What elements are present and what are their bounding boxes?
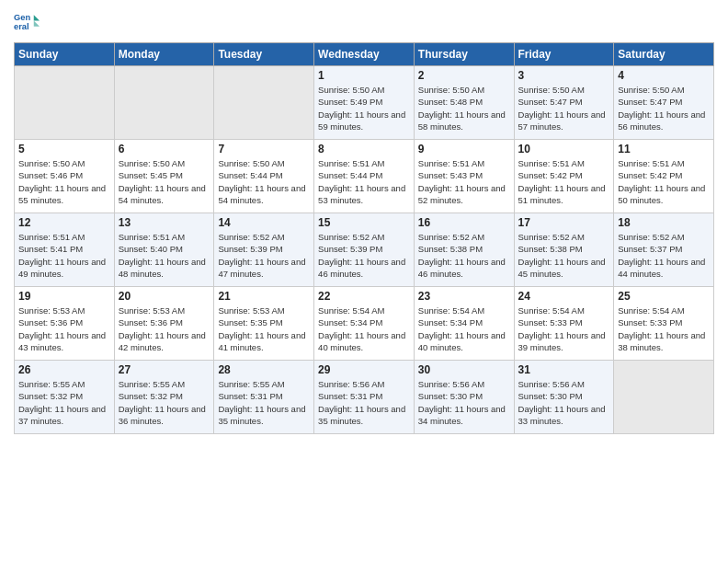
day-number: 13 (119, 216, 210, 229)
day-info: Sunrise: 5:51 AMSunset: 5:44 PMDaylight:… (318, 157, 410, 206)
calendar-cell: 8Sunrise: 5:51 AMSunset: 5:44 PMDaylight… (314, 140, 415, 213)
calendar-cell: 26Sunrise: 5:55 AMSunset: 5:32 PMDayligh… (15, 361, 115, 434)
day-info: Sunrise: 5:54 AMSunset: 5:34 PMDaylight:… (318, 304, 410, 353)
weekday-header-saturday: Saturday (614, 43, 714, 66)
calendar-cell: 12Sunrise: 5:51 AMSunset: 5:41 PMDayligh… (15, 213, 115, 287)
weekday-header-row: SundayMondayTuesdayWednesdayThursdayFrid… (15, 43, 714, 66)
day-number: 25 (618, 290, 710, 303)
day-number: 28 (218, 363, 310, 376)
logo: Gen eral (14, 9, 43, 35)
day-number: 1 (318, 69, 410, 82)
day-number: 2 (418, 69, 510, 82)
week-row-4: 26Sunrise: 5:55 AMSunset: 5:32 PMDayligh… (15, 361, 714, 434)
calendar-cell: 9Sunrise: 5:51 AMSunset: 5:43 PMDaylight… (414, 140, 514, 213)
page: Gen eral SundayMondayTuesdayWednesdayThu… (0, 0, 728, 563)
weekday-header-wednesday: Wednesday (314, 43, 415, 66)
calendar-cell: 10Sunrise: 5:51 AMSunset: 5:42 PMDayligh… (514, 140, 614, 213)
day-info: Sunrise: 5:51 AMSunset: 5:41 PMDaylight:… (18, 231, 110, 280)
calendar-cell: 29Sunrise: 5:56 AMSunset: 5:31 PMDayligh… (314, 361, 415, 434)
day-number: 24 (518, 290, 610, 303)
calendar-cell: 6Sunrise: 5:50 AMSunset: 5:45 PMDaylight… (114, 140, 214, 213)
calendar-cell: 20Sunrise: 5:53 AMSunset: 5:36 PMDayligh… (114, 287, 214, 361)
day-info: Sunrise: 5:52 AMSunset: 5:37 PMDaylight:… (618, 231, 710, 280)
day-number: 16 (418, 216, 510, 229)
calendar-cell: 5Sunrise: 5:50 AMSunset: 5:46 PMDaylight… (15, 140, 115, 213)
day-info: Sunrise: 5:50 AMSunset: 5:46 PMDaylight:… (18, 157, 110, 206)
logo-icon: Gen eral (14, 9, 40, 35)
day-number: 9 (418, 143, 510, 155)
day-number: 10 (518, 143, 610, 155)
weekday-header-sunday: Sunday (15, 43, 115, 66)
calendar-cell: 1Sunrise: 5:50 AMSunset: 5:49 PMDaylight… (314, 66, 415, 140)
weekday-header-tuesday: Tuesday (214, 43, 314, 66)
day-number: 3 (518, 69, 610, 82)
calendar-cell: 23Sunrise: 5:54 AMSunset: 5:34 PMDayligh… (414, 287, 514, 361)
day-info: Sunrise: 5:54 AMSunset: 5:33 PMDaylight:… (618, 304, 710, 353)
svg-text:Gen: Gen (14, 13, 30, 22)
weekday-header-monday: Monday (114, 43, 214, 66)
calendar-cell: 30Sunrise: 5:56 AMSunset: 5:30 PMDayligh… (414, 361, 514, 434)
day-info: Sunrise: 5:50 AMSunset: 5:45 PMDaylight:… (119, 157, 210, 206)
day-number: 22 (318, 290, 410, 303)
calendar-cell: 16Sunrise: 5:52 AMSunset: 5:38 PMDayligh… (414, 213, 514, 287)
calendar-cell: 18Sunrise: 5:52 AMSunset: 5:37 PMDayligh… (614, 213, 714, 287)
calendar-cell (614, 361, 714, 434)
day-info: Sunrise: 5:56 AMSunset: 5:30 PMDaylight:… (418, 378, 510, 427)
day-number: 23 (418, 290, 510, 303)
calendar-cell: 27Sunrise: 5:55 AMSunset: 5:32 PMDayligh… (114, 361, 214, 434)
header: Gen eral (14, 9, 714, 35)
week-row-1: 5Sunrise: 5:50 AMSunset: 5:46 PMDaylight… (15, 140, 714, 213)
day-number: 15 (318, 216, 410, 229)
day-info: Sunrise: 5:50 AMSunset: 5:44 PMDaylight:… (218, 157, 310, 206)
day-info: Sunrise: 5:53 AMSunset: 5:35 PMDaylight:… (218, 304, 310, 353)
calendar-cell: 4Sunrise: 5:50 AMSunset: 5:47 PMDaylight… (614, 66, 714, 140)
day-info: Sunrise: 5:55 AMSunset: 5:31 PMDaylight:… (218, 378, 310, 427)
day-info: Sunrise: 5:54 AMSunset: 5:33 PMDaylight:… (518, 304, 610, 353)
day-info: Sunrise: 5:51 AMSunset: 5:43 PMDaylight:… (418, 157, 510, 206)
day-info: Sunrise: 5:50 AMSunset: 5:47 PMDaylight:… (618, 84, 710, 132)
day-info: Sunrise: 5:51 AMSunset: 5:42 PMDaylight:… (618, 157, 710, 206)
day-number: 20 (119, 290, 210, 303)
calendar-cell (114, 66, 214, 140)
calendar-cell (15, 66, 115, 140)
calendar-cell: 2Sunrise: 5:50 AMSunset: 5:48 PMDaylight… (414, 66, 514, 140)
day-number: 19 (18, 290, 110, 303)
day-info: Sunrise: 5:55 AMSunset: 5:32 PMDaylight:… (119, 378, 210, 427)
day-number: 31 (518, 363, 610, 376)
day-number: 21 (218, 290, 310, 303)
day-number: 30 (418, 363, 510, 376)
week-row-3: 19Sunrise: 5:53 AMSunset: 5:36 PMDayligh… (15, 287, 714, 361)
calendar-cell: 3Sunrise: 5:50 AMSunset: 5:47 PMDaylight… (514, 66, 614, 140)
weekday-header-friday: Friday (514, 43, 614, 66)
day-info: Sunrise: 5:53 AMSunset: 5:36 PMDaylight:… (18, 304, 110, 353)
calendar-table: SundayMondayTuesdayWednesdayThursdayFrid… (14, 42, 714, 434)
calendar-cell: 22Sunrise: 5:54 AMSunset: 5:34 PMDayligh… (314, 287, 415, 361)
day-info: Sunrise: 5:56 AMSunset: 5:30 PMDaylight:… (518, 378, 610, 427)
day-info: Sunrise: 5:50 AMSunset: 5:47 PMDaylight:… (518, 84, 610, 132)
day-info: Sunrise: 5:51 AMSunset: 5:40 PMDaylight:… (119, 231, 210, 280)
day-number: 11 (618, 143, 710, 155)
calendar-cell: 31Sunrise: 5:56 AMSunset: 5:30 PMDayligh… (514, 361, 614, 434)
day-number: 12 (18, 216, 110, 229)
calendar-cell: 13Sunrise: 5:51 AMSunset: 5:40 PMDayligh… (114, 213, 214, 287)
day-info: Sunrise: 5:52 AMSunset: 5:38 PMDaylight:… (518, 231, 610, 280)
day-number: 8 (318, 143, 410, 155)
day-info: Sunrise: 5:52 AMSunset: 5:39 PMDaylight:… (318, 231, 410, 280)
calendar-cell: 25Sunrise: 5:54 AMSunset: 5:33 PMDayligh… (614, 287, 714, 361)
day-info: Sunrise: 5:50 AMSunset: 5:48 PMDaylight:… (418, 84, 510, 132)
day-info: Sunrise: 5:54 AMSunset: 5:34 PMDaylight:… (418, 304, 510, 353)
calendar-cell: 19Sunrise: 5:53 AMSunset: 5:36 PMDayligh… (15, 287, 115, 361)
calendar-cell: 21Sunrise: 5:53 AMSunset: 5:35 PMDayligh… (214, 287, 314, 361)
day-number: 29 (318, 363, 410, 376)
calendar-cell (214, 66, 314, 140)
day-info: Sunrise: 5:55 AMSunset: 5:32 PMDaylight:… (18, 378, 110, 427)
svg-text:eral: eral (14, 22, 29, 31)
calendar-cell: 15Sunrise: 5:52 AMSunset: 5:39 PMDayligh… (314, 213, 415, 287)
calendar-cell: 11Sunrise: 5:51 AMSunset: 5:42 PMDayligh… (614, 140, 714, 213)
day-number: 4 (618, 69, 710, 82)
day-info: Sunrise: 5:52 AMSunset: 5:39 PMDaylight:… (218, 231, 310, 280)
day-info: Sunrise: 5:53 AMSunset: 5:36 PMDaylight:… (119, 304, 210, 353)
week-row-2: 12Sunrise: 5:51 AMSunset: 5:41 PMDayligh… (15, 213, 714, 287)
weekday-header-thursday: Thursday (414, 43, 514, 66)
calendar-cell: 17Sunrise: 5:52 AMSunset: 5:38 PMDayligh… (514, 213, 614, 287)
